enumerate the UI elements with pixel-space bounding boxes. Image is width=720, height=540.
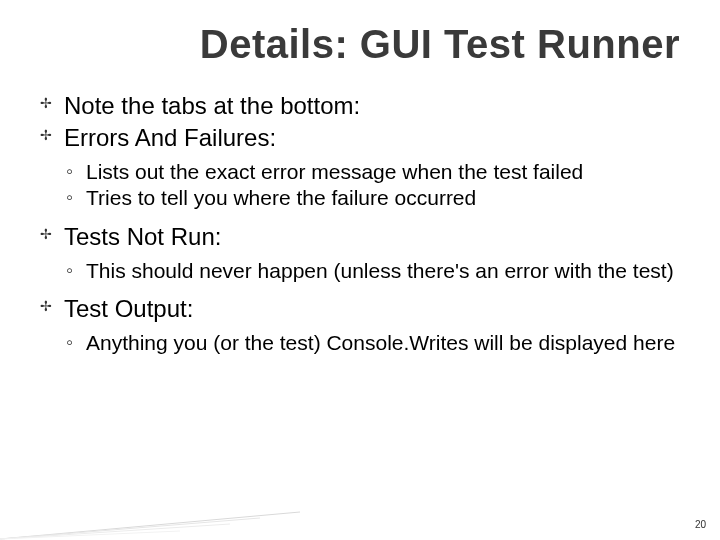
- bullet-tests-not-run: Tests Not Run: This should never happen …: [40, 222, 690, 284]
- bullet-tests-not-run-label: Tests Not Run:: [64, 223, 221, 250]
- sub-failure-location: Tries to tell you where the failure occu…: [64, 185, 690, 211]
- svg-line-0: [0, 512, 300, 539]
- sub-lists-error-message: Lists out the exact error message when t…: [64, 159, 690, 185]
- bullet-errors-failures-label: Errors And Failures:: [64, 124, 276, 151]
- svg-line-3: [0, 531, 180, 539]
- svg-line-1: [0, 518, 260, 539]
- content-list: Note the tabs at the bottom: Errors And …: [30, 91, 690, 356]
- errors-failures-sublist: Lists out the exact error message when t…: [64, 159, 690, 212]
- bullet-note-tabs: Note the tabs at the bottom:: [40, 91, 690, 121]
- bullet-test-output-label: Test Output:: [64, 295, 193, 322]
- decorative-lines: [0, 504, 320, 540]
- tests-not-run-sublist: This should never happen (unless there's…: [64, 258, 690, 284]
- slide-title: Details: GUI Test Runner: [30, 22, 690, 67]
- svg-line-2: [0, 524, 230, 539]
- sub-never-happen: This should never happen (unless there's…: [64, 258, 690, 284]
- test-output-sublist: Anything you (or the test) Console.Write…: [64, 330, 690, 356]
- page-number: 20: [695, 519, 706, 530]
- bullet-errors-failures: Errors And Failures: Lists out the exact…: [40, 123, 690, 212]
- bullet-test-output: Test Output: Anything you (or the test) …: [40, 294, 690, 356]
- sub-console-writes: Anything you (or the test) Console.Write…: [64, 330, 690, 356]
